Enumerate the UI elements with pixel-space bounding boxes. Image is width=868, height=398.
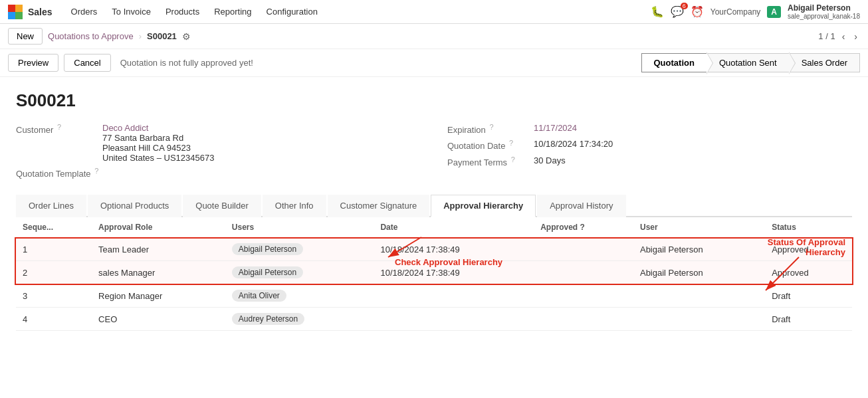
company-name: YourCompany [710,7,761,17]
cell-status: Draft [765,308,852,331]
cell-date [374,308,534,331]
stage-quotation-sent[interactable]: Quotation Sent [707,53,790,72]
cell-status: Approved [765,261,852,284]
cell-role: Region Manager [92,284,225,308]
col-users: Users [225,217,374,238]
cell-status: Draft [765,284,852,308]
cell-users: Audrey Peterson [225,308,374,331]
expiration-label: Expiration ? [447,123,534,135]
quotation-template-label: Quotation Template ? [16,167,102,179]
cell-role: CEO [92,308,225,331]
cell-approved [534,284,633,308]
cell-role: sales Manager [92,261,225,284]
new-button[interactable]: New [8,28,43,45]
breadcrumb-separator: › [139,31,142,41]
cell-users: Abigail Peterson [225,238,374,261]
notifications-icon[interactable]: 💬 6 [671,5,684,18]
approval-hierarchy-table: Seque... Approval Role Users Date Approv… [16,217,852,331]
tab-quote-builder[interactable]: Quote Builder [183,195,261,217]
payment-terms-row: Payment Terms ? 30 Days [447,155,852,167]
pagination: 1 / 1 ‹ › [818,30,860,43]
tabs: Order Lines Optional Products Quote Buil… [16,195,852,217]
record-title: S00021 [16,90,852,111]
table-row[interactable]: 1 Team Leader Abigail Peterson 10/18/202… [16,238,852,261]
main-nav: Orders To Invoice Products Reporting Con… [64,3,324,21]
record-id: S00021 [147,31,177,41]
customer-value: Deco Addict 77 Santa Barbara Rd Pleasant… [102,123,214,163]
prev-page-button[interactable]: ‹ [839,30,848,43]
quotation-template-help-icon: ? [94,167,98,175]
quotation-date-row: Quotation Date ? 10/18/2024 17:34:20 [447,139,852,151]
avatar: A [767,6,781,18]
nav-right-section: 🐛 💬 6 ⏰ YourCompany A Abigail Peterson s… [651,3,860,20]
cell-user [633,284,765,308]
col-user: User [633,217,765,238]
tab-approval-hierarchy[interactable]: Approval Hierarchy [431,195,536,217]
col-sequence: Seque... [16,217,92,238]
col-date: Date [374,217,534,238]
stage-buttons: Quotation Quotation Sent Sales Order [641,53,861,72]
app-logo[interactable]: Sales [8,5,53,19]
form-grid: Customer ? Deco Addict 77 Santa Barbara … [16,123,852,183]
settings-icon[interactable]: ⚙ [182,31,191,42]
action-bar: Preview Cancel Quotation is not fully ap… [0,49,868,77]
cell-user: Abigail Peterson [633,261,765,284]
table-row[interactable]: 2 sales Manager Abigail Peterson 10/18/2… [16,261,852,284]
customer-address: 77 Santa Barbara Rd [102,133,214,143]
breadcrumb-bar: New Quotations to Approve › S00021 ⚙ 1 /… [0,24,868,49]
clock-icon[interactable]: ⏰ [691,5,704,18]
nav-products[interactable]: Products [159,3,206,21]
cancel-button[interactable]: Cancel [64,54,110,72]
cell-user: Abigail Peterson [633,238,765,261]
customer-help-icon: ? [57,123,61,131]
tab-optional-products[interactable]: Optional Products [88,195,181,217]
table-header-row: Seque... Approval Role Users Date Approv… [16,217,852,238]
form-right: Expiration ? 11/17/2024 Quotation Date ?… [447,123,852,183]
col-approval-role: Approval Role [92,217,225,238]
next-page-button[interactable]: › [851,30,860,43]
cell-approved [534,261,633,284]
bug-icon[interactable]: 🐛 [651,5,664,18]
nav-reporting[interactable]: Reporting [207,3,258,21]
quotation-date-label: Quotation Date ? [447,139,534,151]
tab-other-info[interactable]: Other Info [263,195,326,217]
user-name: Abigail Peterson [788,3,860,13]
nav-orders[interactable]: Orders [64,3,104,21]
status-message: Quotation is not fully approved yet! [120,58,253,68]
page-info: 1 / 1 [818,31,835,41]
expiration-help-icon: ? [489,123,493,131]
cell-date: 10/18/2024 17:38:49 [374,261,534,284]
payment-terms-help-icon: ? [511,155,515,163]
nav-to-invoice[interactable]: To Invoice [105,3,158,21]
customer-country: United States – US12345673 [102,153,214,163]
payment-terms-label: Payment Terms ? [447,155,534,167]
expiration-row: Expiration ? 11/17/2024 [447,123,852,135]
col-status: Status [765,217,852,238]
cell-seq: 3 [16,284,92,308]
preview-button[interactable]: Preview [8,54,58,72]
expiration-value: 11/17/2024 [534,123,577,133]
tab-content: Seque... Approval Role Users Date Approv… [16,217,852,331]
tab-order-lines[interactable]: Order Lines [16,195,86,217]
table-row[interactable]: 4 CEO Audrey Peterson Draft [16,308,852,331]
customer-label: Customer ? [16,123,102,135]
cell-role: Team Leader [92,238,225,261]
breadcrumb-parent[interactable]: Quotations to Approve [48,31,134,41]
table-row[interactable]: 3 Region Manager Anita Oliver Draft [16,284,852,308]
stage-sales-order[interactable]: Sales Order [790,53,860,72]
app-name[interactable]: Sales [28,7,53,17]
customer-name[interactable]: Deco Addict [102,123,214,133]
cell-seq: 4 [16,308,92,331]
nav-configuration[interactable]: Configuration [260,3,324,21]
user-role: sale_approval_kanak-18 [788,13,860,20]
customer-city: Pleasant Hill CA 94523 [102,143,214,153]
user-info[interactable]: Abigail Peterson sale_approval_kanak-18 [788,3,860,20]
cell-user [633,308,765,331]
top-navigation: Sales Orders To Invoice Products Reporti… [0,0,868,24]
tab-approval-history[interactable]: Approval History [537,195,625,217]
cell-approved [534,308,633,331]
stage-quotation[interactable]: Quotation [641,53,707,72]
cell-seq: 1 [16,238,92,261]
tab-customer-signature[interactable]: Customer Signature [328,195,430,217]
cell-approved [534,238,633,261]
